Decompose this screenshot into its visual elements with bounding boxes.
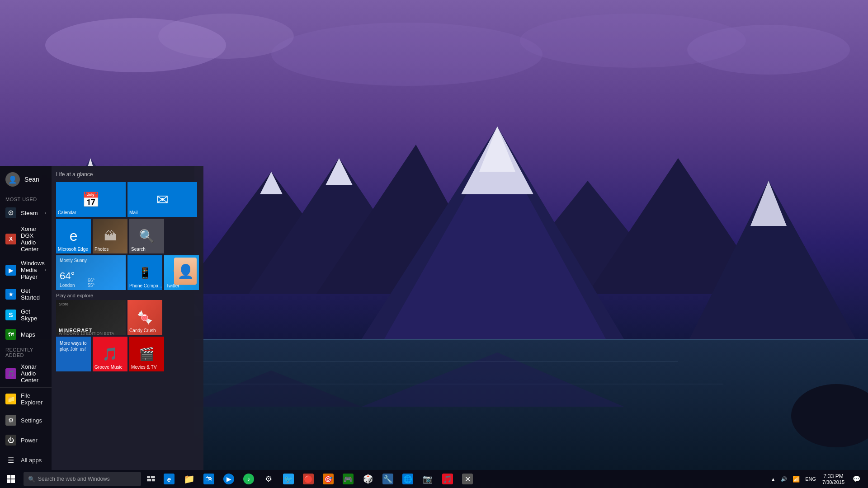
taskbar-app6[interactable]: ⚙: [259, 470, 278, 488]
all-apps-icon: ☰: [5, 455, 16, 465]
taskbar-app10[interactable]: 🎮: [338, 470, 358, 488]
user-section[interactable]: 👤 Sean: [0, 166, 52, 193]
action-center-icon: 💬: [853, 475, 860, 483]
mail-tile[interactable]: ✉ Mail: [127, 182, 197, 217]
movies-tile[interactable]: 🎬 Movies & TV: [129, 337, 164, 371]
taskbar-app12[interactable]: 🔧: [378, 470, 398, 488]
weather-lo: 55°: [88, 283, 94, 288]
app-item-getstarted[interactable]: ★ Get Started: [0, 284, 52, 305]
taskbar-app9[interactable]: 🎯: [318, 470, 338, 488]
store-tile[interactable]: MINECRAFT WINDOWS 10 EDITION BETA Store: [56, 300, 126, 335]
taskbar-app15-icon: 🎵: [442, 474, 453, 484]
search-tile-label: Search: [131, 247, 146, 252]
app-item-skype[interactable]: S Get Skype: [0, 305, 52, 325]
twitter-tile[interactable]: 🐦 👤 Twitter: [164, 255, 199, 290]
taskbar-app15[interactable]: 🎵: [438, 470, 458, 488]
calendar-tile[interactable]: 📅 Calendar: [56, 182, 126, 217]
power-item[interactable]: ⏻ Power: [0, 430, 52, 450]
wmp-arrow: ›: [45, 267, 46, 272]
twitter-person-img: 👤: [174, 258, 197, 285]
phone-companion-tile[interactable]: 📱 Phone Compa...: [127, 255, 162, 290]
phone-companion-icon: 📱: [138, 267, 152, 279]
xonar-audio-label: Xonar Audio Center: [21, 363, 46, 384]
tray-volume-icon: 🔊: [781, 476, 787, 482]
taskbar-app7[interactable]: 🐦: [278, 470, 298, 488]
wmp-icon: ▶: [5, 265, 16, 276]
search-bar-placeholder: Search the web and Windows: [38, 476, 110, 482]
tray-show-hidden[interactable]: ▲: [768, 470, 778, 488]
svg-rect-34: [11, 475, 15, 479]
clock-time: 7:33 PM: [823, 473, 844, 479]
groove-tile-label: Groove Music: [94, 365, 123, 370]
taskbar-spotify[interactable]: ♪: [239, 470, 259, 488]
taskbar-wmp[interactable]: ▶: [219, 470, 239, 488]
tray-volume[interactable]: 🔊: [778, 470, 790, 488]
taskbar-store[interactable]: 🛍: [199, 470, 219, 488]
taskbar-edge[interactable]: e: [159, 470, 179, 488]
photos-tile[interactable]: 🏔 Photos: [93, 219, 127, 253]
mail-tile-label: Mail: [129, 210, 137, 215]
start-button[interactable]: [0, 470, 22, 488]
power-label: Power: [21, 437, 38, 444]
weather-hi-lo: 66° 55°: [88, 278, 94, 288]
taskbar-app6-icon: ⚙: [263, 474, 274, 484]
steam-label: Steam: [21, 210, 38, 216]
svg-rect-39: [147, 479, 151, 481]
edge-tile[interactable]: e Microsoft Edge: [56, 219, 91, 253]
taskbar-explorer[interactable]: 📁: [179, 470, 199, 488]
weather-tile[interactable]: Mostly Sunny 64° London 66° 55°: [56, 255, 126, 290]
search-bar[interactable]: 🔍 Search the web and Windows: [24, 472, 141, 486]
action-center-button[interactable]: 💬: [848, 470, 864, 488]
tray-language[interactable]: ENG: [802, 470, 819, 488]
taskbar-app14[interactable]: 📷: [418, 470, 438, 488]
edge-tile-icon: e: [70, 228, 78, 244]
search-bar-icon: 🔍: [28, 476, 35, 483]
getstarted-label: Get Started: [21, 287, 46, 301]
steam-arrow: ›: [45, 211, 46, 216]
tiles-row-2: e Microsoft Edge 🏔 Photos 🔍 Search: [56, 219, 199, 253]
search-tile-icon: 🔍: [139, 229, 155, 244]
taskbar-edge-icon: e: [164, 474, 175, 484]
more-ways-tile[interactable]: More ways to play. Join us!: [56, 337, 91, 371]
svg-point-5: [687, 25, 850, 75]
taskbar-app13[interactable]: 🌐: [398, 470, 418, 488]
getstarted-icon: ★: [5, 289, 16, 300]
taskbar-app7-icon: 🐦: [283, 474, 294, 484]
groove-tile[interactable]: 🎵 Groove Music: [93, 337, 127, 371]
photos-tile-label: Photos: [94, 247, 108, 252]
taskbar-app8[interactable]: 🔴: [298, 470, 318, 488]
all-apps-item[interactable]: ☰ All apps: [0, 450, 52, 470]
system-clock[interactable]: 7:33 PM 7/30/2015: [819, 470, 848, 488]
taskbar-app10-icon: 🎮: [343, 474, 354, 484]
minecraft-bg: MINECRAFT WINDOWS 10 EDITION BETA Store: [56, 300, 126, 335]
edge-tile-label: Microsoft Edge: [58, 247, 88, 252]
search-tile[interactable]: 🔍 Search: [129, 219, 164, 253]
tiles-row-4: MINECRAFT WINDOWS 10 EDITION BETA Store …: [56, 300, 199, 335]
app-item-xonar-audio[interactable]: 🎵 Xonar Audio Center: [0, 360, 52, 387]
file-explorer-item[interactable]: 📁 File Explorer: [0, 388, 52, 410]
file-explorer-label: File Explorer: [21, 392, 46, 406]
task-view-button[interactable]: [143, 470, 159, 488]
svg-rect-36: [11, 479, 15, 483]
taskbar-wmp-icon: ▶: [223, 474, 234, 484]
candy-crush-tile[interactable]: 🍬 Candy Crush: [127, 300, 162, 335]
taskbar-app12-icon: 🔧: [382, 474, 393, 484]
app-item-xonar-dgx[interactable]: X Xonar DGX Audio Center: [0, 222, 52, 256]
start-bottom-section: 📁 File Explorer ⚙ Settings ⏻ Power ☰ All…: [0, 387, 52, 470]
phone-companion-label: Phone Compa...: [129, 283, 162, 288]
taskbar-app13-icon: 🌐: [402, 474, 413, 484]
skype-label: Get Skype: [21, 308, 46, 322]
xonar-dgx-label: Xonar DGX Audio Center: [21, 225, 46, 253]
app-item-maps[interactable]: 🗺 Maps: [0, 325, 52, 343]
taskbar-app16[interactable]: ✕: [458, 470, 477, 488]
twitter-tile-label: Twitter: [166, 283, 179, 288]
taskbar-app11[interactable]: 🎲: [358, 470, 378, 488]
weather-hi: 66°: [88, 278, 94, 283]
app-item-steam[interactable]: Steam ›: [0, 204, 52, 222]
settings-item[interactable]: ⚙ Settings: [0, 410, 52, 430]
tray-network[interactable]: 📶: [790, 470, 802, 488]
app-item-wmp[interactable]: ▶ Windows Media Player ›: [0, 256, 52, 284]
weather-temp: 64°: [60, 270, 75, 282]
clock-date: 7/30/2015: [822, 479, 844, 485]
svg-rect-40: [152, 479, 155, 481]
